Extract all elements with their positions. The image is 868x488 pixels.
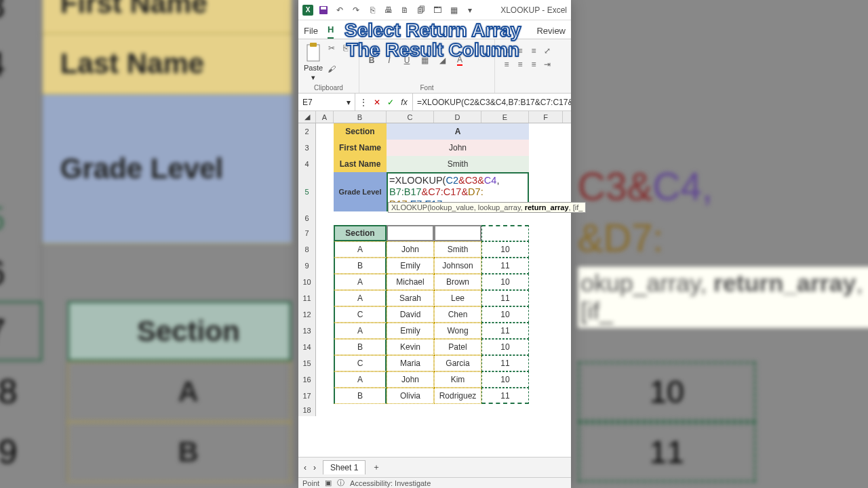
cell-grade[interactable]: 11 bbox=[481, 323, 529, 339]
worksheet-grid[interactable]: ◢ A B C D E F 2 Section A 3 First Name J… bbox=[298, 111, 571, 457]
cancel-icon[interactable]: ✕ bbox=[372, 97, 382, 108]
row-header[interactable]: 12 bbox=[298, 306, 316, 323]
cell-first[interactable]: Emily bbox=[387, 323, 434, 339]
section-value-cell[interactable]: A bbox=[387, 123, 529, 140]
cell-section[interactable]: C bbox=[334, 306, 387, 323]
print-icon[interactable]: 🖶 bbox=[382, 4, 395, 16]
row-header[interactable]: 4 bbox=[298, 156, 316, 172]
cell-grade[interactable]: 10 bbox=[481, 371, 529, 388]
cell-grade[interactable]: 11 bbox=[481, 355, 529, 371]
cell-grade[interactable]: 10 bbox=[481, 274, 529, 290]
cell-first[interactable]: Maria bbox=[387, 355, 434, 371]
row-header[interactable]: 9 bbox=[298, 258, 316, 274]
qat-more-icon[interactable]: ▾ bbox=[464, 4, 476, 16]
col-header[interactable]: C bbox=[387, 111, 434, 123]
cell-first[interactable]: Olivia bbox=[387, 388, 434, 404]
cell-first[interactable]: Michael bbox=[387, 274, 434, 290]
table-header-grade[interactable] bbox=[481, 225, 529, 241]
col-header[interactable]: B bbox=[334, 111, 387, 123]
grade-level-label-cell[interactable]: Grade Level bbox=[334, 172, 387, 211]
name-box[interactable]: E7▾ bbox=[298, 94, 355, 110]
cell-first[interactable]: David bbox=[387, 306, 434, 323]
row-header[interactable]: 16 bbox=[298, 371, 316, 388]
prev-sheet-icon[interactable]: ‹ bbox=[304, 463, 307, 472]
cell-section[interactable]: A bbox=[334, 371, 387, 388]
first-name-label-cell[interactable]: First Name bbox=[334, 140, 387, 156]
accessibility-icon[interactable]: ⓘ bbox=[337, 478, 344, 488]
col-header[interactable]: E bbox=[481, 111, 529, 123]
section-label-cell[interactable]: Section bbox=[334, 123, 387, 140]
col-header[interactable]: F bbox=[529, 111, 563, 123]
format-painter-icon[interactable]: 🖌 bbox=[326, 63, 338, 75]
next-sheet-icon[interactable]: › bbox=[313, 463, 316, 472]
row-header[interactable]: 15 bbox=[298, 355, 316, 371]
macro-record-icon[interactable]: ▣ bbox=[325, 479, 332, 487]
tab-review[interactable]: Review bbox=[536, 26, 566, 39]
cell-first[interactable]: John bbox=[387, 371, 434, 388]
add-sheet-icon[interactable]: ＋ bbox=[372, 462, 380, 473]
row-header[interactable]: 18 bbox=[298, 404, 316, 416]
qat-icon[interactable]: ▦ bbox=[448, 4, 460, 16]
col-header[interactable]: D bbox=[434, 111, 481, 123]
save-icon[interactable] bbox=[317, 4, 330, 16]
last-name-value-cell[interactable]: Smith bbox=[387, 156, 529, 172]
orientation-icon[interactable]: ⤢ bbox=[541, 45, 553, 57]
cell-section[interactable]: A bbox=[334, 241, 387, 258]
last-name-label-cell[interactable]: Last Name bbox=[334, 156, 387, 172]
cell-section[interactable]: B bbox=[334, 258, 387, 274]
cell-grade[interactable]: 11 bbox=[481, 258, 529, 274]
row-header[interactable]: 17 bbox=[298, 388, 316, 404]
cell-grade[interactable]: 11 bbox=[481, 388, 529, 404]
fx-icon[interactable]: fx bbox=[399, 97, 410, 108]
cell-first[interactable]: Kevin bbox=[387, 339, 434, 355]
cell-section[interactable]: B bbox=[334, 339, 387, 355]
cell-grade[interactable]: 10 bbox=[481, 241, 529, 258]
row-header[interactable]: 10 bbox=[298, 274, 316, 290]
col-header[interactable]: A bbox=[316, 111, 334, 123]
qat-icon[interactable]: ⎘ bbox=[366, 4, 378, 16]
align-bot-icon[interactable]: ≡ bbox=[528, 45, 540, 57]
cell-section[interactable]: B bbox=[334, 388, 387, 404]
sheet-tab[interactable]: Sheet 1 bbox=[323, 460, 366, 474]
row-header[interactable]: 5 bbox=[298, 172, 316, 211]
select-all-triangle[interactable]: ◢ bbox=[298, 111, 316, 123]
cell-section[interactable]: A bbox=[334, 274, 387, 290]
cell-first[interactable]: John bbox=[387, 241, 434, 258]
cell-last[interactable]: Rodriguez bbox=[434, 388, 481, 404]
formula-edit-cell[interactable]: =XLOOKUP(C2&C3&C4, B7:B17&C7:C17&D7: D17… bbox=[387, 172, 529, 211]
cell-grade[interactable]: 10 bbox=[481, 339, 529, 355]
tab-home[interactable]: H bbox=[328, 24, 334, 39]
row-header[interactable]: 6 bbox=[298, 211, 316, 225]
paste-button[interactable]: Paste▾ bbox=[304, 42, 323, 82]
cell-last[interactable]: Smith bbox=[434, 241, 481, 258]
table-header-section[interactable]: Section bbox=[334, 225, 387, 241]
qat-icon[interactable]: 🗎 bbox=[399, 4, 411, 16]
cell-last[interactable]: Johnson bbox=[434, 258, 481, 274]
enter-icon[interactable]: ✓ bbox=[385, 97, 396, 108]
cell-section[interactable]: A bbox=[334, 290, 387, 306]
undo-icon[interactable]: ↶ bbox=[334, 4, 346, 16]
cell-last[interactable]: Lee bbox=[434, 290, 481, 306]
cell-first[interactable]: Emily bbox=[387, 258, 434, 274]
align-right-icon[interactable]: ≡ bbox=[528, 58, 540, 70]
cell-first[interactable]: Sarah bbox=[387, 290, 434, 306]
redo-icon[interactable]: ↷ bbox=[350, 4, 362, 16]
row-header[interactable]: 14 bbox=[298, 339, 316, 355]
row-header[interactable]: 13 bbox=[298, 323, 316, 339]
dropdown-icon[interactable]: ⋮ bbox=[358, 97, 369, 108]
cell-last[interactable]: Garcia bbox=[434, 355, 481, 371]
row-header[interactable]: 11 bbox=[298, 290, 316, 306]
accessibility-text[interactable]: Accessibility: Investigate bbox=[350, 479, 431, 487]
qat-icon[interactable]: 🗔 bbox=[431, 4, 443, 16]
first-name-value-cell[interactable]: John bbox=[387, 140, 529, 156]
cell-grade[interactable]: 10 bbox=[481, 306, 529, 323]
cell-last[interactable]: Wong bbox=[434, 323, 481, 339]
cell-section[interactable]: A bbox=[334, 323, 387, 339]
cell-grade[interactable]: 11 bbox=[481, 290, 529, 306]
cell-last[interactable]: Kim bbox=[434, 371, 481, 388]
cell-last[interactable]: Chen bbox=[434, 306, 481, 323]
cell-section[interactable]: C bbox=[334, 355, 387, 371]
qat-icon[interactable]: 🗐 bbox=[415, 4, 427, 16]
row-header[interactable]: 7 bbox=[298, 225, 316, 241]
row-header[interactable]: 8 bbox=[298, 241, 316, 258]
